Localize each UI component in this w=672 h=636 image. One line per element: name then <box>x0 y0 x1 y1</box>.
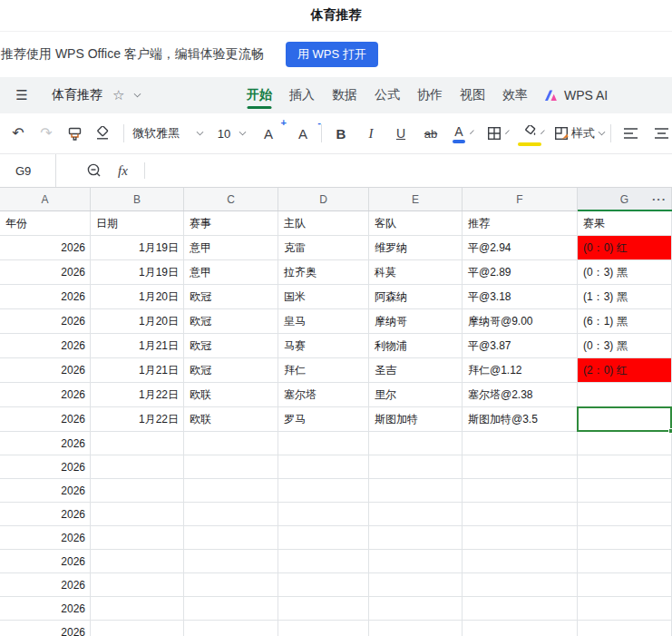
cell[interactable]: 2026 <box>0 407 91 432</box>
cell[interactable]: 2026 <box>0 597 91 621</box>
cell[interactable] <box>578 550 672 573</box>
cell[interactable]: 2026 <box>0 621 91 636</box>
favorite-star-icon[interactable]: ☆ <box>112 87 124 103</box>
decrease-font-button[interactable]: A- <box>292 121 314 146</box>
italic-button[interactable]: I <box>360 121 382 146</box>
cell[interactable]: 年份 <box>0 211 91 236</box>
cell[interactable]: 1月20日 <box>91 285 184 309</box>
cell[interactable] <box>184 526 278 550</box>
cell[interactable] <box>578 432 672 455</box>
cell[interactable]: 科莫 <box>369 260 463 285</box>
font-name-select[interactable]: 微软雅黑 <box>132 121 203 146</box>
font-color-chevron-icon[interactable] <box>470 130 473 133</box>
cell[interactable]: (0：3) 黑 <box>578 260 672 285</box>
cell[interactable]: 拜仁 <box>278 358 369 383</box>
hamburger-menu-icon[interactable]: ☰ <box>11 83 33 108</box>
cell[interactable]: 平@3.18 <box>463 285 578 309</box>
cell[interactable]: 利物浦 <box>369 334 463 358</box>
cell[interactable]: 客队 <box>369 211 463 236</box>
cell[interactable]: 2026 <box>0 432 91 455</box>
font-size-select[interactable]: 10 <box>213 121 246 146</box>
cell[interactable]: 圣吉 <box>369 358 463 383</box>
cell[interactable]: 2026 <box>0 383 91 407</box>
cell[interactable] <box>369 455 463 479</box>
cell[interactable] <box>91 503 184 526</box>
cell[interactable] <box>91 526 184 550</box>
ribbon-tab[interactable]: 协作 <box>416 78 443 113</box>
cell[interactable] <box>278 550 369 573</box>
cell[interactable] <box>369 597 463 621</box>
cell[interactable] <box>278 432 369 455</box>
cell[interactable]: 2026 <box>0 334 91 358</box>
cell[interactable]: 里尔 <box>369 383 463 407</box>
align-center-button[interactable] <box>650 121 672 146</box>
cell[interactable]: 1月19日 <box>91 236 184 260</box>
cell[interactable]: 斯图加特 <box>369 407 463 432</box>
cell[interactable] <box>578 621 672 636</box>
column-header[interactable]: D <box>278 188 369 210</box>
cell[interactable] <box>578 503 672 526</box>
borders-chevron-icon[interactable] <box>505 130 509 133</box>
cell[interactable]: 2026 <box>0 503 91 526</box>
cell[interactable] <box>463 455 578 479</box>
cell[interactable]: 罗马 <box>278 407 369 432</box>
cell[interactable]: 欧冠 <box>184 309 278 334</box>
insert-function-button[interactable]: fx <box>118 163 128 179</box>
cell[interactable]: 平@3.87 <box>463 334 578 358</box>
cell[interactable] <box>278 621 369 636</box>
column-header[interactable]: E <box>369 188 463 210</box>
cell[interactable]: 2026 <box>0 285 91 309</box>
cell[interactable] <box>578 526 672 550</box>
cell[interactable]: 塞尔塔@2.38 <box>463 383 578 407</box>
ribbon-tab[interactable]: 视图 <box>459 78 486 113</box>
bold-button[interactable]: B <box>330 121 352 146</box>
cell[interactable] <box>184 621 278 636</box>
cell[interactable]: 1月21日 <box>91 358 184 383</box>
cell[interactable]: (6：1) 黑 <box>578 309 672 334</box>
cell[interactable]: 1月22日 <box>91 407 184 432</box>
cell[interactable]: 赛果 <box>578 211 672 236</box>
cell[interactable]: 平@2.94 <box>463 236 578 260</box>
cell[interactable]: (2：0) 红 <box>578 358 672 383</box>
cell[interactable] <box>463 573 578 597</box>
cell[interactable] <box>91 621 184 636</box>
redo-icon[interactable]: ↷ <box>35 121 57 146</box>
cell[interactable] <box>578 479 672 503</box>
ribbon-tab[interactable]: 公式 <box>374 78 401 113</box>
cell[interactable]: 平@2.89 <box>463 260 578 285</box>
cell[interactable] <box>463 432 578 455</box>
cell[interactable] <box>463 621 578 636</box>
column-header[interactable]: C <box>184 188 278 210</box>
cell[interactable]: 2026 <box>0 260 91 285</box>
align-left-button[interactable] <box>619 121 641 146</box>
cell[interactable]: 意甲 <box>184 260 278 285</box>
cell[interactable] <box>578 597 672 621</box>
cell[interactable]: 拉齐奥 <box>278 260 369 285</box>
cell[interactable]: (0：0) 红 <box>578 236 672 260</box>
cell[interactable] <box>369 503 463 526</box>
cell[interactable]: 皇马 <box>278 309 369 334</box>
cell[interactable] <box>578 407 672 432</box>
cell[interactable]: 克雷 <box>278 236 369 260</box>
column-header[interactable]: F <box>463 188 578 210</box>
cell[interactable]: 1月22日 <box>91 383 184 407</box>
cell[interactable] <box>369 573 463 597</box>
cell[interactable] <box>184 455 278 479</box>
cell[interactable] <box>463 503 578 526</box>
cell[interactable] <box>463 550 578 573</box>
cell[interactable]: 欧联 <box>184 383 278 407</box>
cell[interactable]: 拜仁@1.12 <box>463 358 578 383</box>
file-menu-chevron-icon[interactable] <box>134 91 141 98</box>
cell[interactable] <box>278 597 369 621</box>
increase-font-button[interactable]: A+ <box>258 121 279 146</box>
cell[interactable] <box>91 432 184 455</box>
cell[interactable] <box>278 479 369 503</box>
cell-style-button[interactable]: 样式 <box>554 121 605 146</box>
cell[interactable] <box>278 503 369 526</box>
cell[interactable]: 欧冠 <box>184 285 278 309</box>
cell[interactable]: 2026 <box>0 358 91 383</box>
cell[interactable] <box>369 479 463 503</box>
cell[interactable]: 斯图加特@3.5 <box>463 407 578 432</box>
font-color-button[interactable]: A <box>448 121 470 146</box>
cell[interactable]: 摩纳哥@9.00 <box>463 309 578 334</box>
